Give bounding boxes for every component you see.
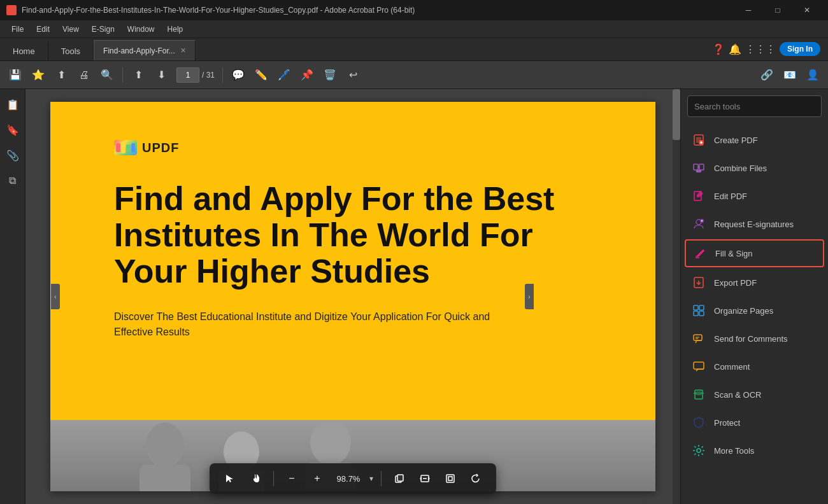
notifications-icon[interactable]: 🔔	[729, 43, 741, 55]
tab-tools[interactable]: Tools	[48, 41, 94, 60]
left-sidebar: 📋 🔖 📎 ⧉	[0, 89, 25, 504]
updf-logo-icon	[114, 140, 137, 155]
tool-label-protect: Protect	[714, 418, 740, 428]
bookmarks-icon[interactable]: 🔖	[3, 120, 23, 140]
save-button[interactable]: 💾	[5, 65, 25, 85]
highlight-button[interactable]: ✏️	[251, 65, 271, 85]
hand-tool-button[interactable]	[245, 468, 266, 489]
rotate-button[interactable]	[466, 468, 486, 489]
tool-item-create-pdf[interactable]: Create PDF	[681, 126, 828, 154]
tool-label-export-pdf: Export PDF	[714, 278, 757, 288]
draw-button[interactable]: 🖊️	[274, 65, 294, 85]
tool-item-combine-files[interactable]: Combine Files	[681, 154, 828, 182]
tool-label-comment: Comment	[714, 362, 750, 372]
tool-label-create-pdf: Create PDF	[714, 136, 758, 145]
close-button[interactable]: ✕	[792, 0, 822, 20]
send-button[interactable]: 📧	[780, 65, 800, 85]
bt-separator-2	[381, 471, 382, 486]
svg-rect-25	[694, 164, 698, 170]
menu-bar: File Edit View E-Sign Window Help	[0, 20, 828, 38]
tool-item-protect[interactable]: Protect	[681, 409, 828, 437]
zoom-out-button[interactable]: −	[282, 468, 302, 489]
print-button[interactable]: 🖨	[74, 65, 94, 85]
bottom-toolbar: − + 98.7% ▾	[210, 463, 496, 494]
tool-item-fill-sign[interactable]: Fill & Sign	[685, 239, 824, 267]
zoom-dropdown-arrow[interactable]: ▾	[369, 474, 373, 483]
tool-label-send-comments: Send for Comments	[714, 334, 788, 344]
delete-button[interactable]: 🗑️	[320, 65, 340, 85]
select-tool-button[interactable]	[220, 468, 240, 489]
tool-item-request-esig[interactable]: Request E-signatures	[681, 210, 828, 238]
tab-file-label: Find-and-Apply-For...	[103, 46, 175, 55]
viewer-area[interactable]: UPDF Find and Apply For the Best Institu…	[25, 89, 680, 504]
tool-item-scan-ocr[interactable]: Scan & OCR	[681, 381, 828, 409]
thumbnails-icon[interactable]: 📋	[3, 94, 23, 115]
edit-pdf-icon	[691, 188, 706, 204]
next-page-button[interactable]: ⬇	[151, 65, 171, 85]
search-tools-input[interactable]	[687, 95, 822, 117]
zoom-out-toolbar-button[interactable]: 🔍	[97, 65, 117, 85]
scrollbar-track[interactable]	[673, 89, 680, 504]
tool-item-send-comments[interactable]: Send for Comments	[681, 325, 828, 353]
svg-point-47	[697, 449, 701, 452]
tool-label-more-tools: More Tools	[714, 446, 754, 456]
prev-page-button[interactable]: ⬆	[128, 65, 148, 85]
menu-file[interactable]: File	[5, 22, 30, 36]
upload-button[interactable]: ⬆	[51, 65, 71, 85]
updf-logo-text: UPDF	[142, 141, 179, 155]
layers-icon[interactable]: ⧉	[3, 171, 23, 191]
bt-separator-1	[273, 471, 274, 486]
pdf-page: UPDF Find and Apply For the Best Institu…	[50, 102, 655, 491]
tool-item-organize-pages[interactable]: Organize Pages	[681, 297, 828, 325]
tab-file[interactable]: Find-and-Apply-For... ✕	[94, 40, 196, 60]
menu-view[interactable]: View	[56, 22, 85, 36]
request-esig-icon	[691, 216, 706, 232]
apps-icon[interactable]: ⋮⋮⋮	[745, 43, 776, 55]
scan-ocr-icon	[691, 387, 706, 402]
fit-page-button[interactable]	[440, 468, 460, 489]
collapse-right-button[interactable]: ›	[525, 284, 534, 309]
scrollbar-thumb[interactable]	[673, 89, 680, 140]
menu-esign[interactable]: E-Sign	[85, 22, 121, 36]
fit-width-button[interactable]	[415, 468, 435, 489]
undo-button[interactable]: ↩	[343, 65, 363, 85]
pdf-subtitle: Discover The Best Educational Institute …	[114, 309, 496, 340]
svg-rect-1	[121, 142, 125, 153]
page-navigation: / 31	[176, 67, 215, 83]
zoom-in-button[interactable]: +	[307, 468, 327, 489]
page-number-input[interactable]	[176, 67, 199, 83]
tool-item-export-pdf[interactable]: Export PDF	[681, 269, 828, 297]
comment-icon	[691, 359, 706, 374]
sign-in-button[interactable]: Sign In	[780, 42, 820, 56]
tool-item-edit-pdf[interactable]: Edit PDF	[681, 182, 828, 210]
menu-window[interactable]: Window	[121, 22, 161, 36]
menu-help[interactable]: Help	[161, 22, 190, 36]
tool-label-combine-files: Combine Files	[714, 164, 767, 173]
tool-label-scan-ocr: Scan & OCR	[714, 390, 761, 400]
help-icon[interactable]: ❓	[712, 43, 725, 55]
viewer-scroll[interactable]: UPDF Find and Apply For the Best Institu…	[25, 89, 680, 504]
search-tools-box	[687, 95, 822, 117]
menu-edit[interactable]: Edit	[30, 22, 56, 36]
maximize-button[interactable]: □	[763, 0, 792, 20]
user-button[interactable]: 👤	[803, 65, 823, 85]
svg-rect-0	[116, 143, 120, 152]
collapse-left-button[interactable]: ‹	[51, 284, 60, 309]
tool-item-more-tools[interactable]: More Tools	[681, 437, 828, 465]
zoom-level-display: 98.7%	[332, 474, 364, 484]
tool-item-comment[interactable]: Comment	[681, 353, 828, 381]
markup-button[interactable]: 📌	[297, 65, 317, 85]
minimize-button[interactable]: ─	[734, 0, 763, 20]
tab-close-button[interactable]: ✕	[180, 46, 186, 55]
attachments-icon[interactable]: 📎	[3, 145, 23, 165]
title-text: Find-and-Apply-For-the-Best-Institutes-I…	[22, 6, 734, 15]
tab-home[interactable]: Home	[0, 41, 48, 60]
pdf-main-title: Find and Apply For the Best Institutes I…	[114, 181, 560, 290]
link-button[interactable]: 🔗	[757, 65, 777, 85]
page-total: / 31	[202, 71, 215, 80]
copy-pages-button[interactable]	[389, 468, 410, 489]
bookmark-button[interactable]: ⭐	[28, 65, 48, 85]
comment-toolbar-button[interactable]: 💬	[228, 65, 248, 85]
toolbar-right-icons: 🔗 📧 👤	[757, 65, 823, 85]
tools-list: Create PDF Combine Files Edit PDF	[681, 126, 828, 465]
